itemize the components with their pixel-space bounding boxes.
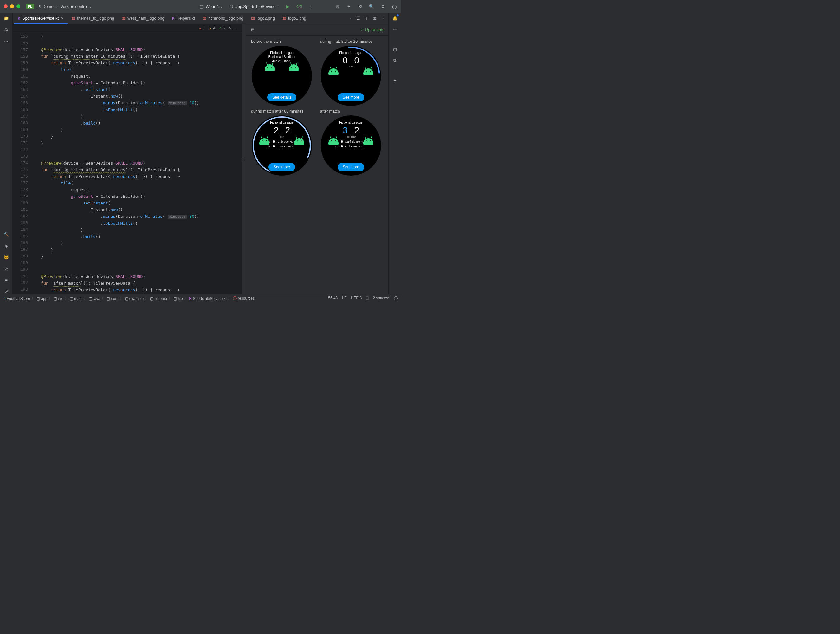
bookmarks-tool-icon[interactable]: ◈ xyxy=(3,243,9,248)
device-selector[interactable]: ▢Wear 4⌄ xyxy=(199,3,223,9)
indent-settings[interactable]: 2 spaces* xyxy=(373,296,390,301)
terminal-tool-icon[interactable]: ▣ xyxy=(3,277,9,283)
zoom-window-icon[interactable] xyxy=(16,5,20,8)
status-bar: FootballScore〉▢ app〉▢ src〉▢ main〉▢ java〉… xyxy=(0,294,401,302)
preview-toolbar-icon[interactable]: ⊞ xyxy=(250,27,256,33)
updates-icon[interactable]: ✦ xyxy=(346,3,352,9)
right-toolbar: 🔔 ⬳ ▢ ⧉ ✦ xyxy=(388,13,401,294)
code-body[interactable]: } @Preview(device = WearDevices.SMALL_RO… xyxy=(31,32,242,294)
tabs-dropdown-icon[interactable]: ⌄ xyxy=(349,16,352,21)
gutter[interactable]: 155 156 157 158 159 160 161 162 163 164 … xyxy=(13,32,31,294)
assistant-icon[interactable]: ✦ xyxy=(392,77,398,83)
inspection-widget[interactable]: ▲ 1 ▲ 4 ✓ 5 ヘ ⌄ xyxy=(13,24,242,32)
error-icon: ▲ xyxy=(198,26,202,30)
tab-westham-logo[interactable]: ▦west_ham_logo.png xyxy=(118,13,168,24)
editor-view-split-icon[interactable]: ◫ xyxy=(365,16,368,21)
splitter-handle[interactable]: ═ xyxy=(242,24,246,294)
editor-tabs: KSportsTileService.kt× ▦themes_fc_logo.p… xyxy=(13,13,388,24)
device-manager-icon[interactable]: ▢ xyxy=(392,46,398,52)
code-editor[interactable]: ▲ 1 ▲ 4 ✓ 5 ヘ ⌄ 155 156 157 158 159 160 … xyxy=(13,24,242,294)
vcs-selector[interactable]: Version control⌄ xyxy=(60,4,92,9)
preview-status: ✓Up-to-date xyxy=(360,27,385,32)
code-with-me-icon[interactable]: ⎘ xyxy=(335,3,340,9)
problems-tool-icon[interactable]: ⊘ xyxy=(3,266,9,271)
caret-position[interactable]: 56:43 xyxy=(328,296,338,301)
tab-logo2[interactable]: ▦logo2.png xyxy=(247,13,279,24)
breadcrumb-item[interactable]: ▢ pldemo xyxy=(150,296,167,301)
image-file-icon: ▦ xyxy=(251,16,255,21)
breadcrumb-item[interactable]: ▢ src xyxy=(54,296,63,301)
android-icon xyxy=(363,68,373,75)
debug-button[interactable]: ⌫ xyxy=(296,3,302,9)
next-highlight-icon[interactable]: ⌄ xyxy=(235,26,238,30)
tab-richmond-logo[interactable]: ▦richmond_logo.png xyxy=(199,13,247,24)
editor-view-list-icon[interactable]: ☰ xyxy=(356,16,360,21)
tab-logo1[interactable]: ▦logo1.png xyxy=(279,13,310,24)
preview-panel: ⊞ ✓Up-to-date before the matchFictional … xyxy=(246,24,388,294)
breadcrumb-item[interactable]: ▢ main xyxy=(70,296,82,301)
prev-highlight-icon[interactable]: ヘ xyxy=(228,25,232,31)
sync-icon[interactable]: ⟲ xyxy=(357,3,363,9)
project-tool-icon[interactable]: 📁 xyxy=(3,15,9,21)
project-badge[interactable]: PL xyxy=(26,4,34,9)
notifications-icon[interactable]: 🔔 xyxy=(392,15,398,21)
kotlin-file-icon: K xyxy=(172,16,175,20)
team-logos xyxy=(321,68,381,75)
android-icon xyxy=(289,64,299,71)
tab-themes-logo[interactable]: ▦themes_fc_logo.png xyxy=(68,13,118,24)
android-icon xyxy=(259,138,270,145)
image-file-icon: ▦ xyxy=(202,16,206,21)
folder-icon: ▢ xyxy=(36,296,41,301)
breadcrumb-item[interactable]: ▢ example xyxy=(125,296,144,301)
tab-helpers[interactable]: KHelpers.kt xyxy=(168,13,199,24)
breadcrumb-item[interactable]: ▢ java xyxy=(89,296,100,301)
account-icon[interactable]: ◯ xyxy=(392,3,397,9)
git-tool-icon[interactable]: ⎇ xyxy=(3,288,9,294)
preview-title: after match xyxy=(317,109,340,114)
build-tool-icon[interactable]: 🔨 xyxy=(3,231,9,237)
line-separator[interactable]: LF xyxy=(342,296,346,301)
preview-title: before the match xyxy=(248,39,281,44)
editor-more-icon[interactable]: ⋮ xyxy=(381,16,385,21)
search-icon[interactable]: 🔍 xyxy=(369,3,374,9)
close-icon[interactable]: × xyxy=(61,16,64,21)
android-icon xyxy=(328,68,338,75)
editor-view-design-icon[interactable]: ▦ xyxy=(373,16,377,21)
readonly-toggle-icon[interactable]: ⎕ xyxy=(366,296,368,301)
event-row: 70'Ambrose Norm xyxy=(335,144,367,149)
settings-icon[interactable]: ⚙ xyxy=(380,3,386,9)
breadcrumb-item[interactable]: ▢ tile xyxy=(174,296,183,301)
more-tool-icon[interactable]: ⋯ xyxy=(3,38,9,44)
gradle-tool-icon[interactable]: ⬳ xyxy=(392,27,398,32)
breadcrumb-item[interactable]: FootballScore xyxy=(3,296,30,301)
breadcrumb-item[interactable]: ▢ com xyxy=(106,296,118,301)
team-logos xyxy=(321,138,381,145)
kotlin-file-icon: K xyxy=(189,296,193,301)
device-icon: ▢ xyxy=(199,3,204,9)
breadcrumb-item[interactable]: ⓕ resources xyxy=(233,296,254,301)
project-selector[interactable]: PLDemo⌄ xyxy=(37,4,57,9)
chevron-right-icon: 〉 xyxy=(84,296,87,301)
breadcrumbs[interactable]: FootballScore〉▢ app〉▢ src〉▢ main〉▢ java〉… xyxy=(0,296,254,301)
structure-tool-icon[interactable]: ⌬ xyxy=(3,27,9,32)
run-button[interactable]: ▶ xyxy=(285,3,291,9)
minimize-window-icon[interactable] xyxy=(10,5,14,8)
folder-icon: ▢ xyxy=(70,296,74,301)
runconfig-selector[interactable]: ⬡app.SportsTileService⌄ xyxy=(228,3,279,9)
breadcrumb-item[interactable]: K SportsTileService.kt xyxy=(189,296,227,301)
module-icon: ⬡ xyxy=(228,3,234,9)
close-window-icon[interactable] xyxy=(4,5,8,8)
emulator-tool-icon[interactable]: ⧉ xyxy=(392,58,398,63)
file-encoding[interactable]: UTF-8 xyxy=(351,296,362,301)
memory-icon[interactable]: ⓘ xyxy=(394,296,398,301)
breadcrumb-item[interactable]: ▢ app xyxy=(36,296,47,301)
tile-action-button[interactable]: See details xyxy=(267,93,296,101)
tab-sportstile[interactable]: KSportsTileService.kt× xyxy=(14,13,68,24)
logcat-tool-icon[interactable]: 🐱 xyxy=(3,254,9,260)
tile-action-button[interactable]: See more xyxy=(338,163,364,171)
android-icon xyxy=(363,138,373,145)
more-actions-icon[interactable]: ⋮ xyxy=(308,3,314,9)
window-controls xyxy=(4,5,20,8)
team-logos xyxy=(252,138,312,145)
chevron-right-icon: 〉 xyxy=(228,296,232,301)
